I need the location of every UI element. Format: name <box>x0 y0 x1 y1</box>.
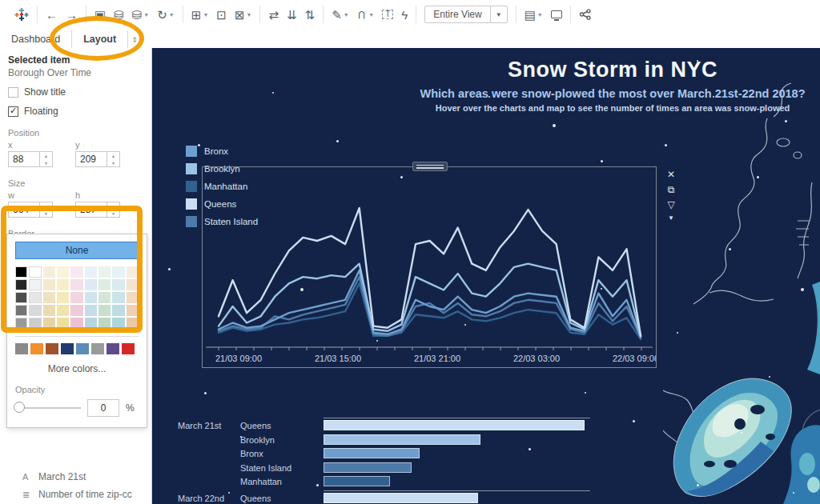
palette-swatch[interactable] <box>15 279 27 290</box>
no-fill-button[interactable]: None <box>15 242 139 259</box>
palette-swatch[interactable] <box>43 266 55 278</box>
palette-swatch[interactable] <box>15 292 27 303</box>
palette-swatch[interactable] <box>112 318 124 329</box>
drag-handle[interactable] <box>412 162 448 171</box>
palette-swatch[interactable] <box>57 292 69 303</box>
bar-staten-island[interactable] <box>324 462 412 473</box>
position-y-input[interactable] <box>76 152 107 166</box>
palette-swatch[interactable] <box>98 279 111 290</box>
tab-layout[interactable]: Layout <box>71 30 128 48</box>
size-h-input[interactable] <box>76 202 107 217</box>
palette-swatch[interactable] <box>112 292 124 303</box>
palette-swatch[interactable] <box>29 318 41 329</box>
palette-swatch[interactable] <box>70 318 82 329</box>
opacity-slider-knob[interactable] <box>14 402 25 413</box>
size-h-stepper[interactable]: ▲▼ <box>75 202 120 218</box>
pause-auto-updates-icon[interactable]: ⛁▼ <box>132 9 150 21</box>
filter-icon[interactable]: ▽ <box>665 200 677 210</box>
bar-queens[interactable] <box>324 420 585 430</box>
sort-ascending-icon[interactable]: ⇊ <box>287 9 297 21</box>
share-icon[interactable] <box>579 9 592 20</box>
item-hierarchy-row[interactable]: AMarch 21st <box>0 468 151 486</box>
palette-swatch[interactable] <box>57 305 69 316</box>
palette-swatch[interactable] <box>112 305 124 316</box>
attach-icon[interactable]: ⊂▼ <box>357 9 375 21</box>
palette-swatch[interactable] <box>127 305 139 316</box>
palette-swatch[interactable] <box>43 318 55 329</box>
show-hide-cards-icon[interactable]: ▤▼ <box>525 9 543 21</box>
palette-swatch[interactable] <box>43 292 55 303</box>
bar-bronx[interactable] <box>324 448 420 458</box>
palette-swatch[interactable] <box>98 266 111 278</box>
recent-color-swatch[interactable] <box>122 343 135 354</box>
presentation-mode-icon[interactable] <box>551 10 562 18</box>
recent-color-swatch[interactable] <box>30 343 43 354</box>
palette-swatch[interactable] <box>29 266 41 278</box>
palette-swatch[interactable] <box>29 292 41 303</box>
fit-dropdown[interactable]: Entire View ▼ <box>424 6 507 23</box>
palette-swatch[interactable] <box>29 305 41 316</box>
palette-swatch[interactable] <box>85 279 97 290</box>
chevron-down-icon[interactable]: ▼ <box>169 12 175 18</box>
remove-icon[interactable]: ✕ <box>665 170 677 179</box>
bar-manhattan[interactable] <box>324 476 390 486</box>
dashboard-canvas[interactable]: Snow Storm in NYC Which areas were snow-… <box>152 48 820 504</box>
palette-swatch[interactable] <box>98 305 111 316</box>
recent-color-swatch[interactable] <box>15 343 28 354</box>
palette-swatch[interactable] <box>112 279 124 290</box>
chevron-down-icon[interactable]: ▼ <box>490 6 507 22</box>
recent-color-swatch[interactable] <box>61 343 74 354</box>
new-data-source-icon[interactable]: ⛁ <box>114 9 124 21</box>
tableau-logo-icon[interactable] <box>6 7 37 22</box>
palette-swatch[interactable] <box>70 266 82 278</box>
highlight-icon[interactable]: ✎▼ <box>332 9 349 21</box>
chevron-down-icon[interactable]: ▼ <box>246 12 251 18</box>
save-icon[interactable]: ▣ <box>94 9 106 21</box>
refresh-data-icon[interactable]: ↻▼ <box>157 9 175 21</box>
item-hierarchy-row[interactable]: ≣Number of time zip-cc <box>0 486 151 503</box>
recent-color-swatch[interactable] <box>76 343 89 354</box>
checkbox-checked-icon[interactable] <box>8 106 18 117</box>
redo-icon[interactable]: → <box>66 9 78 21</box>
new-worksheet-icon[interactable]: ⊞▼ <box>191 9 209 21</box>
legend-item[interactable]: Bronx <box>186 142 258 160</box>
undo-icon[interactable]: ← <box>46 9 58 21</box>
swap-rows-columns-icon[interactable]: ⇄ <box>268 9 279 21</box>
bar-queens[interactable] <box>324 493 478 503</box>
chevron-down-icon[interactable]: ▼ <box>368 12 374 18</box>
palette-swatch[interactable] <box>127 292 139 303</box>
recent-color-swatch[interactable] <box>91 343 104 354</box>
palette-swatch[interactable] <box>43 279 55 290</box>
nyc-snowplow-map[interactable] <box>663 48 820 504</box>
more-options-icon[interactable]: ▼ <box>665 215 677 222</box>
palette-swatch[interactable] <box>85 266 97 278</box>
size-w-stepper[interactable]: ▲▼ <box>8 202 53 218</box>
borough-over-time-chart[interactable]: 21/03 09:0021/03 15:0021/03 21:0022/03 0… <box>202 166 657 368</box>
position-x-stepper[interactable]: ▲▼ <box>8 151 53 167</box>
palette-swatch[interactable] <box>85 292 97 303</box>
sort-descending-icon[interactable]: ⇅ <box>305 9 316 21</box>
go-to-sheet-icon[interactable]: ⧉ <box>665 185 677 194</box>
duplicate-sheet-icon[interactable]: ⊡ <box>216 9 227 21</box>
palette-swatch[interactable] <box>70 279 82 290</box>
opacity-input[interactable] <box>87 399 119 417</box>
checkbox-unchecked-icon[interactable] <box>8 87 18 98</box>
palette-swatch[interactable] <box>127 318 139 329</box>
clear-sheet-icon[interactable]: ⊠▼ <box>235 9 252 21</box>
more-colors-link[interactable]: More colors... <box>15 363 139 374</box>
palette-swatch[interactable] <box>29 279 41 290</box>
chevron-down-icon[interactable]: ▼ <box>344 12 349 18</box>
palette-swatch[interactable] <box>112 266 124 278</box>
position-y-stepper[interactable]: ▲▼ <box>75 151 120 167</box>
ask-data-icon[interactable]: ϟ <box>401 9 408 21</box>
palette-swatch[interactable] <box>15 305 27 316</box>
recent-color-swatch[interactable] <box>107 343 119 354</box>
opacity-slider[interactable] <box>15 407 81 409</box>
recent-color-swatch[interactable] <box>46 343 58 354</box>
palette-swatch[interactable] <box>127 266 139 278</box>
palette-swatch[interactable] <box>57 266 69 278</box>
floating-checkbox[interactable]: Floating <box>8 106 143 117</box>
palette-swatch[interactable] <box>98 292 111 303</box>
palette-swatch[interactable] <box>57 318 69 329</box>
chevron-down-icon[interactable]: ▼ <box>143 12 149 18</box>
